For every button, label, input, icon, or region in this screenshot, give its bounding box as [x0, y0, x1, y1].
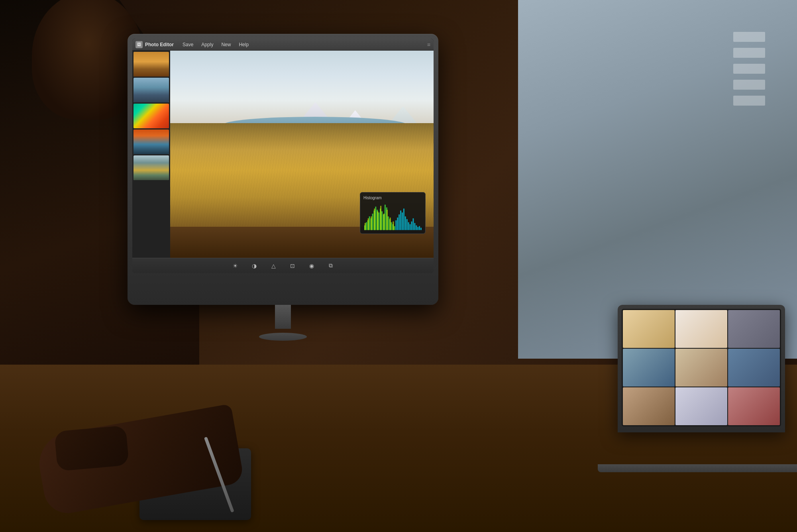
svg-rect-42 [414, 223, 415, 230]
thumbnail-4-preview [133, 130, 169, 154]
laptop-thumb-6 [728, 349, 780, 387]
window-pane [733, 32, 765, 42]
brightness-tool-button[interactable]: ☀ [230, 260, 241, 271]
svg-rect-21 [368, 218, 369, 230]
svg-rect-19 [394, 226, 395, 230]
histogram-panel: Histogram [360, 192, 426, 234]
svg-rect-17 [391, 222, 392, 230]
app-icon: 🖼 [135, 41, 143, 48]
svg-rect-38 [408, 222, 409, 230]
laptop-thumb-3 [728, 310, 780, 348]
thumbnail-sidebar [132, 51, 170, 258]
laptop-thumb-5 [675, 349, 727, 387]
thumbnail-2[interactable] [133, 78, 169, 102]
svg-rect-24 [377, 211, 378, 230]
svg-rect-29 [393, 222, 394, 230]
svg-rect-32 [398, 214, 400, 230]
bottom-toolbar: ☀ ◑ △ ⊡ ◉ ⧉ [132, 258, 434, 273]
window-pane [733, 80, 765, 90]
thumbnail-4[interactable] [133, 130, 169, 154]
menu-item-apply[interactable]: Apply [197, 39, 217, 50]
window-pane [733, 48, 765, 58]
svg-rect-30 [395, 220, 397, 230]
menu-item-save[interactable]: Save [179, 39, 197, 50]
svg-rect-25 [380, 206, 381, 230]
laptop-thumb-9 [728, 387, 780, 425]
svg-rect-44 [417, 227, 418, 230]
menu-bar: 🖼 Photo Editor Save Apply New Help ≡ [132, 39, 434, 51]
person-head [32, 0, 143, 120]
svg-rect-20 [365, 223, 366, 230]
monitor-stand [259, 305, 307, 341]
thumbnail-3-preview [133, 104, 169, 128]
svg-rect-31 [397, 218, 398, 230]
svg-rect-26 [383, 214, 385, 230]
svg-rect-28 [390, 218, 391, 230]
laptop-thumb-7 [623, 387, 675, 425]
svg-rect-11 [381, 211, 383, 230]
app-content: Histogram [132, 51, 434, 258]
laptop-thumb-8 [675, 387, 727, 425]
thumbnail-3[interactable] [133, 104, 169, 128]
histogram-title: Histogram [363, 196, 422, 200]
svg-rect-39 [410, 224, 411, 230]
window-pane [733, 64, 765, 74]
thumbnail-5[interactable] [133, 155, 169, 180]
svg-rect-45 [419, 226, 420, 230]
laptop-thumb-2 [675, 310, 727, 348]
app-icon-symbol: 🖼 [137, 42, 141, 47]
thumbnail-2-preview [133, 78, 169, 102]
app-title: Photo Editor [145, 42, 174, 47]
app-window: 🖼 Photo Editor Save Apply New Help ≡ [132, 39, 434, 273]
laptop-frame [618, 305, 785, 432]
svg-rect-5 [372, 214, 373, 230]
svg-rect-35 [403, 208, 404, 230]
svg-rect-22 [371, 216, 372, 230]
laptop-screen [622, 309, 781, 426]
contrast-tool-button[interactable]: ◑ [249, 260, 260, 271]
thumbnail-1-preview [133, 52, 169, 77]
svg-rect-9 [378, 212, 379, 230]
laptop [598, 305, 797, 472]
svg-rect-7 [375, 207, 376, 230]
window-pane [733, 96, 765, 106]
laptop-thumb-1 [623, 310, 675, 348]
svg-rect-36 [405, 216, 406, 230]
svg-rect-23 [374, 208, 375, 230]
monitor: 🖼 Photo Editor Save Apply New Help ≡ [128, 34, 438, 305]
histogram-chart [363, 202, 422, 230]
svg-rect-1 [366, 222, 367, 230]
svg-rect-15 [388, 216, 389, 230]
menu-item-new[interactable]: New [217, 39, 235, 50]
histogram-svg [363, 202, 422, 230]
tattoo-area [54, 425, 129, 471]
svg-rect-3 [369, 216, 370, 230]
svg-rect-43 [416, 226, 417, 230]
crop-tool-button[interactable]: ⊡ [287, 260, 298, 271]
svg-rect-41 [412, 218, 414, 230]
thumbnail-1[interactable] [133, 52, 169, 77]
svg-rect-46 [420, 228, 422, 230]
thumbnail-5-preview [133, 155, 169, 180]
hamburger-menu-icon[interactable]: ≡ [427, 41, 430, 48]
window-panes [733, 32, 765, 106]
svg-rect-27 [387, 210, 388, 230]
laptop-base [598, 464, 797, 472]
view-tool-button[interactable]: ◉ [306, 260, 317, 271]
svg-rect-40 [411, 222, 412, 230]
laptop-thumb-4 [623, 349, 675, 387]
svg-rect-37 [406, 219, 408, 230]
monitor-screen: 🖼 Photo Editor Save Apply New Help ≡ [132, 39, 434, 273]
levels-tool-button[interactable]: △ [268, 260, 279, 271]
laptop-photo-grid [622, 309, 781, 426]
svg-rect-34 [402, 212, 403, 230]
main-canvas[interactable]: Histogram [170, 51, 434, 258]
monitor-frame: 🖼 Photo Editor Save Apply New Help ≡ [128, 34, 438, 305]
duplicate-tool-button[interactable]: ⧉ [325, 260, 336, 271]
svg-rect-33 [400, 210, 401, 230]
svg-rect-13 [385, 205, 386, 230]
menu-item-help[interactable]: Help [235, 39, 253, 50]
